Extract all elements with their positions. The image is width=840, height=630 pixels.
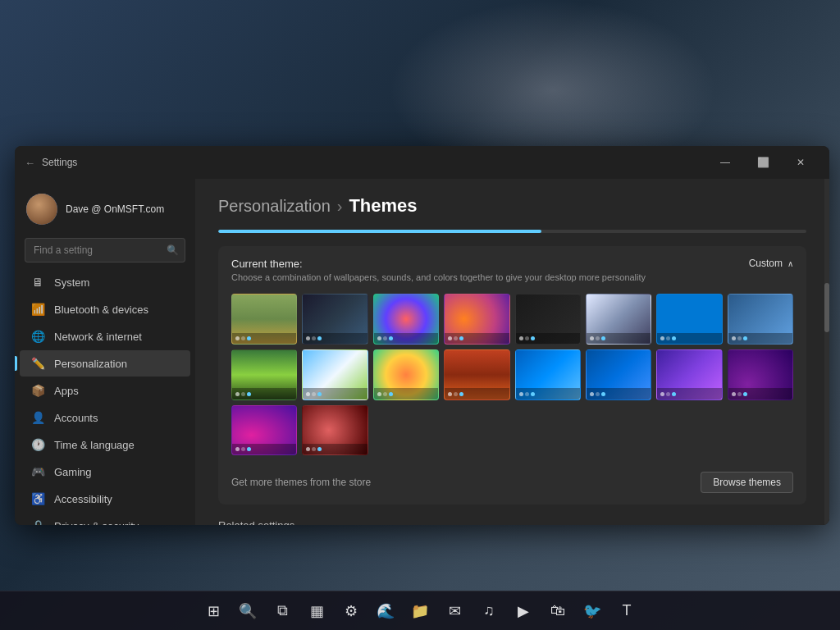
taskbar-spotify[interactable]: ♫	[474, 596, 504, 626]
system-icon: 🖥	[31, 276, 44, 289]
user-profile[interactable]: Dave @ OnMSFT.com	[15, 185, 195, 233]
taskbar-explorer[interactable]: 📁	[405, 596, 435, 626]
theme-t8[interactable]	[728, 294, 793, 345]
sidebar-label-time: Time & language	[54, 439, 135, 451]
settings-body: Dave @ OnMSFT.com 🔍 🖥 System 📶 Bluetooth…	[15, 179, 829, 525]
theme-t2[interactable]	[302, 294, 368, 345]
browse-themes-button[interactable]: Browse themes	[701, 472, 793, 493]
taskbar-twitter[interactable]: 🐦	[578, 596, 607, 626]
theme-t14[interactable]	[586, 349, 651, 400]
content-area: Personalization › Themes Current theme: …	[195, 179, 829, 525]
taskbar-settings-gear[interactable]: ⚙	[336, 596, 366, 626]
sidebar-label-network: Network & internet	[54, 331, 142, 343]
taskbar-taskview[interactable]: ⧉	[267, 596, 297, 626]
scroll-indicator	[218, 230, 806, 233]
scroll-fill	[218, 230, 541, 233]
theme-t4[interactable]	[444, 294, 509, 345]
gaming-icon: 🎮	[31, 465, 44, 478]
avatar	[26, 194, 57, 225]
theme-store-row: Get more themes from the store Browse th…	[231, 467, 793, 493]
maximize-button[interactable]: ⬜	[744, 149, 782, 176]
sidebar-label-gaming: Gaming	[54, 466, 92, 478]
settings-window: ← Settings — ⬜ ✕ Dave @ OnMSFT.com 🔍 🖥 S…	[15, 146, 829, 525]
taskbar-widgets[interactable]: ▦	[302, 596, 331, 626]
taskbar-teams[interactable]: T	[612, 596, 641, 626]
section-title: Current theme:	[231, 258, 646, 270]
sidebar-item-gaming[interactable]: 🎮 Gaming	[20, 459, 190, 485]
taskbar-search[interactable]: 🔍	[233, 596, 262, 626]
apps-icon: 📦	[31, 384, 44, 397]
sidebar-item-accounts[interactable]: 👤 Accounts	[20, 404, 190, 431]
taskbar-play[interactable]: ▶	[509, 596, 538, 626]
taskbar: ⊞🔍⧉▦⚙🌊📁✉♫▶🛍🐦T	[0, 591, 840, 630]
search-icon: 🔍	[167, 244, 179, 256]
chevron-up-icon: ∧	[788, 259, 793, 268]
personalization-icon: ✏️	[31, 357, 44, 370]
theme-t13[interactable]	[515, 349, 581, 400]
network-icon: 🌐	[31, 330, 44, 343]
search-box: 🔍	[25, 238, 185, 262]
related-settings: Related settings	[218, 519, 806, 525]
theme-t15[interactable]	[656, 349, 722, 400]
sidebar-label-accessibility: Accessibility	[54, 493, 112, 505]
breadcrumb-parent[interactable]: Personalization	[218, 197, 331, 216]
breadcrumb-current: Themes	[349, 195, 417, 217]
privacy-icon: 🔒	[31, 519, 44, 525]
time-icon: 🕐	[31, 438, 44, 451]
sidebar-item-privacy[interactable]: 🔒 Privacy & security	[20, 513, 190, 525]
theme-info: Current theme: Choose a combination of w…	[231, 258, 646, 282]
theme-t1[interactable]	[231, 294, 297, 345]
accounts-icon: 👤	[31, 411, 44, 424]
close-button[interactable]: ✕	[782, 149, 819, 176]
title-bar: ← Settings — ⬜ ✕	[15, 146, 829, 179]
accessibility-icon: ♿	[31, 492, 44, 505]
scrollbar-track[interactable]	[824, 179, 829, 525]
sidebar-label-accounts: Accounts	[54, 412, 98, 424]
scrollbar-thumb	[824, 283, 829, 332]
theme-t6[interactable]	[586, 294, 651, 345]
sidebar: Dave @ OnMSFT.com 🔍 🖥 System 📶 Bluetooth…	[15, 179, 195, 525]
sidebar-item-time[interactable]: 🕐 Time & language	[20, 431, 190, 458]
sidebar-item-personalization[interactable]: ✏️ Personalization	[20, 350, 190, 377]
section-desc: Choose a combination of wallpapers, soun…	[231, 272, 646, 282]
sidebar-item-network[interactable]: 🌐 Network & internet	[20, 323, 190, 349]
theme-section: Current theme: Choose a combination of w…	[218, 246, 806, 504]
window-controls: — ⬜ ✕	[706, 149, 819, 176]
theme-t3[interactable]	[373, 294, 439, 345]
theme-t16[interactable]	[728, 349, 793, 400]
theme-t18[interactable]	[302, 405, 368, 456]
current-theme-label: Custom	[749, 258, 783, 269]
sidebar-item-system[interactable]: 🖥 System	[20, 269, 190, 295]
taskbar-start[interactable]: ⊞	[199, 596, 228, 626]
breadcrumb: Personalization › Themes	[218, 195, 806, 217]
sidebar-label-apps: Apps	[54, 385, 79, 397]
sidebar-label-privacy: Privacy & security	[54, 520, 139, 526]
search-input[interactable]	[25, 238, 185, 262]
bluetooth-icon: 📶	[31, 303, 44, 316]
nav-items: 🖥 System 📶 Bluetooth & devices 🌐 Network…	[15, 269, 195, 525]
theme-header: Current theme: Choose a combination of w…	[231, 258, 793, 282]
sidebar-item-apps[interactable]: 📦 Apps	[20, 377, 190, 404]
theme-t5[interactable]	[515, 294, 581, 345]
sidebar-item-accessibility[interactable]: ♿ Accessibility	[20, 486, 190, 512]
taskbar-mail[interactable]: ✉	[440, 596, 469, 626]
minimize-button[interactable]: —	[706, 149, 744, 176]
taskbar-store[interactable]: 🛍	[543, 596, 573, 626]
theme-t17[interactable]	[231, 405, 297, 456]
user-name: Dave @ OnMSFT.com	[66, 203, 164, 215]
window-title: Settings	[42, 157, 706, 168]
sidebar-label-bluetooth: Bluetooth & devices	[54, 304, 148, 316]
store-text: Get more themes from the store	[231, 477, 371, 488]
sidebar-label-system: System	[54, 276, 89, 289]
sidebar-label-personalization: Personalization	[54, 358, 127, 370]
current-theme-badge[interactable]: Custom ∧	[749, 258, 793, 269]
theme-t7[interactable]	[656, 294, 722, 345]
theme-t9[interactable]	[231, 349, 297, 400]
breadcrumb-separator: ›	[337, 197, 343, 216]
taskbar-edge[interactable]: 🌊	[371, 596, 400, 626]
theme-t11[interactable]	[373, 349, 439, 400]
theme-t12[interactable]	[444, 349, 509, 400]
theme-t10[interactable]	[302, 349, 368, 400]
sidebar-item-bluetooth[interactable]: 📶 Bluetooth & devices	[20, 296, 190, 322]
theme-grid	[231, 294, 793, 455]
